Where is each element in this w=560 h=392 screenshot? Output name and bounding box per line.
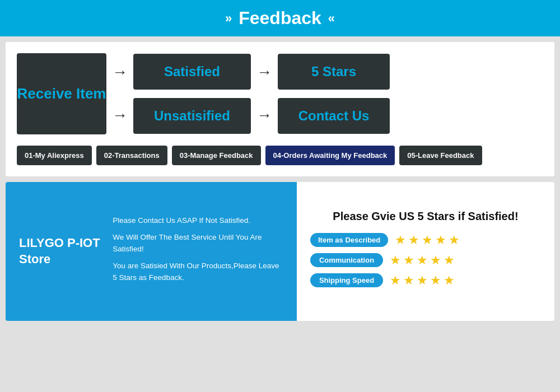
arrow-4-icon: → bbox=[256, 106, 272, 124]
header: » Feedback « bbox=[0, 0, 560, 36]
results-column: 5 Stars Contact Us bbox=[278, 54, 390, 134]
store-message-2: We Will Offer The Best Service Until You… bbox=[113, 231, 283, 255]
outcomes-column: Satisfied Unsatisified bbox=[133, 54, 251, 134]
star-2-2: ★ bbox=[403, 253, 414, 268]
arrows-column: → → bbox=[112, 63, 128, 124]
rating-label-1: Item as Described bbox=[310, 233, 388, 247]
rating-row-3: Shipping Speed★★★★★ bbox=[310, 273, 541, 288]
star-1-1: ★ bbox=[395, 233, 406, 248]
step-box-5[interactable]: 05-Leave Feedback bbox=[399, 146, 482, 165]
arrow-2-icon: → bbox=[112, 106, 128, 124]
top-card: Receive Item → → Satisfied Unsatisified … bbox=[6, 42, 554, 176]
five-stars-box: 5 Stars bbox=[278, 54, 390, 90]
star-1-3: ★ bbox=[422, 233, 433, 248]
rating-row-2: Communication★★★★★ bbox=[310, 253, 541, 268]
store-message-1: Please Contact Us ASAP If Not Satisfied. bbox=[113, 214, 283, 227]
contact-us-box: Contact Us bbox=[278, 98, 390, 134]
star-2-5: ★ bbox=[444, 253, 455, 268]
star-3-4: ★ bbox=[430, 273, 441, 288]
star-1-5: ★ bbox=[449, 233, 460, 248]
star-2-3: ★ bbox=[417, 253, 428, 268]
bottom-section: LILYGO P-IOT Store Please Contact Us ASA… bbox=[6, 182, 554, 321]
store-messages: Please Contact Us ASAP If Not Satisfied.… bbox=[113, 214, 283, 288]
rating-row-1: Item as Described★★★★★ bbox=[310, 233, 541, 248]
arrow-1-icon: → bbox=[112, 63, 128, 81]
star-1-4: ★ bbox=[435, 233, 446, 248]
receive-item-box: Receive Item bbox=[17, 53, 106, 134]
arrow-3-icon: → bbox=[256, 63, 272, 81]
star-2-1: ★ bbox=[390, 253, 401, 268]
star-3-1: ★ bbox=[390, 273, 401, 288]
step-box-3[interactable]: 03-Manage Feedback bbox=[172, 146, 261, 165]
right-panel-title: Please Gvie US 5 Stars if Satisfied! bbox=[310, 210, 541, 223]
steps-row: 01-My Aliexpress02-Transactions03-Manage… bbox=[17, 146, 543, 165]
star-3-3: ★ bbox=[417, 273, 428, 288]
star-1-2: ★ bbox=[408, 233, 419, 248]
star-3-2: ★ bbox=[403, 273, 414, 288]
ratings-container: Item as Described★★★★★Communication★★★★★… bbox=[310, 233, 541, 293]
left-panel: LILYGO P-IOT Store Please Contact Us ASA… bbox=[6, 182, 297, 321]
chevron-right-icon: « bbox=[328, 11, 335, 26]
satisfied-box: Satisfied bbox=[133, 54, 251, 90]
unsatisfied-box: Unsatisified bbox=[133, 98, 251, 134]
store-name: LILYGO P-IOT Store bbox=[19, 235, 101, 267]
page-title: Feedback bbox=[239, 8, 321, 29]
rating-label-2: Communication bbox=[310, 253, 383, 267]
rating-label-3: Shipping Speed bbox=[310, 273, 383, 287]
step-box-1[interactable]: 01-My Aliexpress bbox=[17, 146, 92, 165]
rating-stars-3: ★★★★★ bbox=[390, 273, 455, 288]
store-message-3: You are Satisied With Our Products,Pleas… bbox=[113, 260, 283, 284]
arrows2-column: → → bbox=[256, 63, 272, 124]
chevron-left-icon: » bbox=[225, 11, 232, 26]
rating-stars-2: ★★★★★ bbox=[390, 253, 455, 268]
star-3-5: ★ bbox=[444, 273, 455, 288]
rating-stars-1: ★★★★★ bbox=[395, 233, 460, 248]
step-box-2[interactable]: 02-Transactions bbox=[96, 146, 167, 165]
step-box-4[interactable]: 04-Orders Awaiting My Feedback bbox=[265, 146, 395, 165]
star-2-4: ★ bbox=[430, 253, 441, 268]
right-panel: Please Gvie US 5 Stars if Satisfied! Ite… bbox=[297, 182, 554, 321]
flow-diagram: Receive Item → → Satisfied Unsatisified … bbox=[17, 53, 543, 134]
